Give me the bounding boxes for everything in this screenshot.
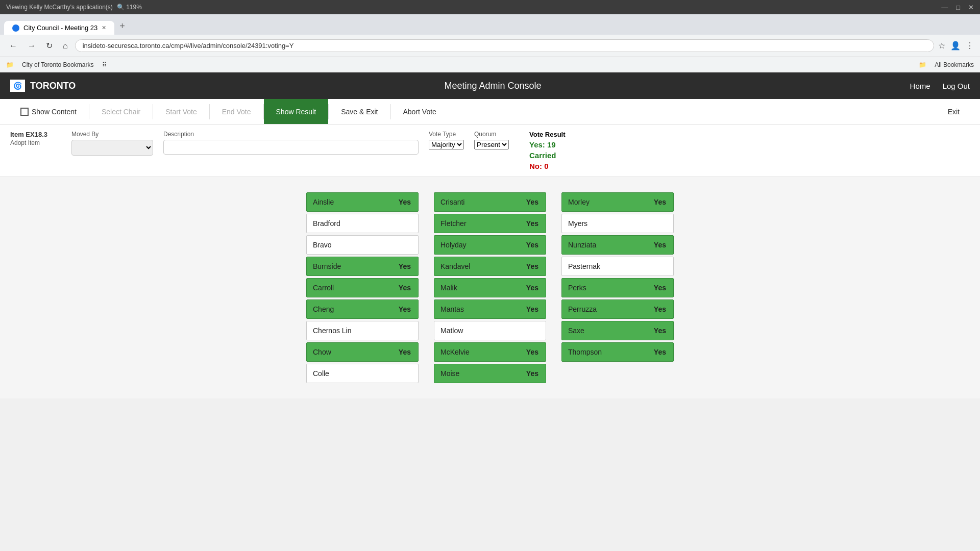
address-bar[interactable] xyxy=(75,39,934,52)
vote-member-name: Morley xyxy=(562,198,647,206)
vote-type-select[interactable]: Majority xyxy=(429,140,464,149)
forward-button[interactable]: → xyxy=(24,40,39,52)
moved-by-group: Moved By xyxy=(71,131,153,156)
vote-row: Colle xyxy=(306,364,419,383)
description-input[interactable] xyxy=(163,140,419,155)
bookmarks-label[interactable]: City of Toronto Bookmarks xyxy=(22,61,94,68)
refresh-button[interactable]: ↻ xyxy=(43,40,56,52)
show-content-button[interactable]: Show Content xyxy=(8,99,89,124)
moved-by-select[interactable] xyxy=(71,140,153,156)
tab-favicon xyxy=(12,24,19,32)
vote-row: ThompsonYes xyxy=(561,342,674,362)
all-bookmarks-label[interactable]: All Bookmarks xyxy=(935,61,974,68)
vote-member-name: McKelvie xyxy=(434,348,519,356)
logout-nav-link[interactable]: Log Out xyxy=(943,82,970,90)
home-button[interactable]: ⌂ xyxy=(60,40,71,52)
vote-result-group: Vote Result Yes: 19 Carried No: 0 xyxy=(529,131,566,170)
vote-member-name: Moise xyxy=(434,369,519,378)
vote-verdict: Yes xyxy=(647,198,673,206)
show-result-button[interactable]: Show Result xyxy=(264,99,329,124)
bookmarks-folder-icon: 📁 xyxy=(6,61,14,68)
vote-row: HolydayYes xyxy=(434,235,546,255)
save-exit-button[interactable]: Save & Exit xyxy=(329,99,390,124)
vote-member-name: Carroll xyxy=(307,284,391,292)
vote-verdict: Yes xyxy=(647,241,673,249)
vote-member-name: Cheng xyxy=(307,305,391,313)
vote-member-name: Saxe xyxy=(562,327,647,335)
vote-verdict: Yes xyxy=(519,305,546,313)
vote-row: CrisantiYes xyxy=(434,192,546,212)
browser-title-text: Viewing Kelly McCarthy's application(s) … xyxy=(6,4,142,11)
select-chair-button[interactable]: Select Chair xyxy=(89,99,153,124)
vote-row: PerruzzaYes xyxy=(561,299,674,319)
vote-result-label: Vote Result xyxy=(529,131,566,138)
vote-verdict: Yes xyxy=(519,369,546,378)
vote-column-1: AinslieYesBradfordBravoBurnsideYesCarrol… xyxy=(306,192,419,383)
profile-icon[interactable]: 👤 xyxy=(950,41,961,51)
bookmarks-folder-icon2: 📁 xyxy=(919,61,926,68)
abort-vote-button[interactable]: Abort Vote xyxy=(391,99,449,124)
browser-toolbar: ← → ↻ ⌂ ☆ 👤 ⋮ xyxy=(0,35,980,57)
back-button[interactable]: ← xyxy=(6,40,20,52)
logo: 🌀 TORONTO xyxy=(10,80,76,92)
vote-row: Bravo xyxy=(306,235,419,255)
main-toolbar: Show Content Select Chair Start Vote End… xyxy=(0,99,980,124)
item-label: Item EX18.3 xyxy=(10,131,61,138)
close-button[interactable]: ✕ xyxy=(968,4,974,11)
vote-member-name: Bradford xyxy=(307,219,418,228)
vote-member-name: Ainslie xyxy=(307,198,391,206)
vote-verdict: Yes xyxy=(519,348,546,356)
viewing-label: Viewing Kelly McCarthy's application(s) xyxy=(6,4,113,11)
main-content: AinslieYesBradfordBravoBurnsideYesCarrol… xyxy=(0,177,980,398)
vote-member-name: Nunziata xyxy=(562,241,647,249)
vote-verdict: Yes xyxy=(647,305,673,313)
end-vote-button[interactable]: End Vote xyxy=(210,99,263,124)
vote-column-3: MorleyYesMyersNunziataYesPasternakPerksY… xyxy=(561,192,674,383)
start-vote-button[interactable]: Start Vote xyxy=(153,99,209,124)
app-header: 🌀 TORONTO Meeting Admin Console Home Log… xyxy=(0,72,980,99)
vote-member-name: Chow xyxy=(307,348,391,356)
vote-row: ChowYes xyxy=(306,342,419,362)
home-nav-link[interactable]: Home xyxy=(910,82,930,90)
tab-label: City Council - Meeting 23 xyxy=(23,24,97,32)
show-content-checkbox[interactable] xyxy=(20,108,29,116)
apps-icon[interactable]: ⠿ xyxy=(102,61,107,68)
vote-row: ChengYes xyxy=(306,299,419,319)
vote-no-count: No: 0 xyxy=(529,162,566,170)
exit-button[interactable]: Exit xyxy=(936,99,972,124)
zoom-level: 🔍 119% xyxy=(117,4,142,11)
vote-row: AinslieYes xyxy=(306,192,419,212)
header-actions: Home Log Out xyxy=(910,82,970,90)
menu-icon[interactable]: ⋮ xyxy=(966,41,974,51)
vote-row: CarrollYes xyxy=(306,278,419,297)
vote-row: FletcherYes xyxy=(434,214,546,233)
browser-actions: ☆ 👤 ⋮ xyxy=(938,41,974,51)
vote-verdict: Yes xyxy=(647,284,673,292)
vote-verdict: Yes xyxy=(647,327,673,335)
minimize-button[interactable]: — xyxy=(941,4,948,11)
vote-grid: AinslieYesBradfordBravoBurnsideYesCarrol… xyxy=(0,177,980,398)
vote-member-name: Kandavel xyxy=(434,262,519,270)
vote-verdict: Yes xyxy=(519,219,546,228)
vote-member-name: Mantas xyxy=(434,305,519,313)
vote-verdict: Yes xyxy=(519,284,546,292)
bookmark-icon[interactable]: ☆ xyxy=(938,41,945,51)
vote-row: Myers xyxy=(561,214,674,233)
moved-by-label: Moved By xyxy=(71,131,153,138)
vote-row: MalikYes xyxy=(434,278,546,297)
vote-row: MantasYes xyxy=(434,299,546,319)
vote-verdict: Yes xyxy=(647,348,673,356)
carried-label: Carried xyxy=(529,151,566,160)
tab-close-button[interactable]: ✕ xyxy=(102,24,106,31)
active-tab[interactable]: City Council - Meeting 23 ✕ xyxy=(4,21,114,35)
vote-row: PerksYes xyxy=(561,278,674,297)
quorum-select[interactable]: Present xyxy=(474,140,509,149)
new-tab-button[interactable]: + xyxy=(114,18,130,35)
vote-verdict: Yes xyxy=(391,305,418,313)
vote-row: MorleyYes xyxy=(561,192,674,212)
window-controls[interactable]: — □ ✕ xyxy=(941,4,974,11)
vote-row: MoiseYes xyxy=(434,364,546,383)
vote-member-name: Burnside xyxy=(307,262,391,270)
vote-row: Pasternak xyxy=(561,257,674,276)
maximize-button[interactable]: □ xyxy=(956,4,960,11)
